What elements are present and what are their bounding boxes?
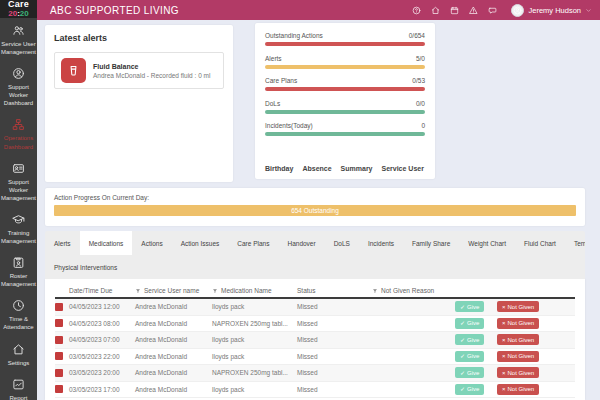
- stats-tab-summary[interactable]: Summary: [341, 165, 373, 172]
- check-icon: ✓: [460, 386, 465, 392]
- tab-family-share[interactable]: Family Share: [403, 231, 459, 255]
- not-given-button[interactable]: ×Not Given: [497, 367, 539, 378]
- tab-row-1: AlertsMedicationsActionsAction IssuesCar…: [45, 231, 585, 255]
- stat-value: 0/654: [409, 32, 425, 39]
- action-progress-panel: Action Progress On Current Day: 654 Outs…: [45, 188, 585, 226]
- table-body: 04/05/2023 12:00 Andrea McDonald lloyds …: [55, 299, 575, 398]
- stat-outstanding-actions: Outstanding Actions 0/654: [265, 32, 425, 46]
- table-row: 03/05/2023 20:00 Andrea McDonald NAPROXE…: [55, 365, 575, 382]
- column-header-service-user-name[interactable]: Service User name: [135, 287, 212, 294]
- x-icon: ×: [502, 353, 506, 359]
- view-button[interactable]: [437, 385, 455, 394]
- filter-icon[interactable]: [372, 288, 378, 294]
- latest-alerts-title: Latest alerts: [54, 33, 224, 43]
- table-row: 04/05/2023 07:00 Andrea McDonald lloyds …: [55, 332, 575, 349]
- column-header-date-time-due[interactable]: Date/Time Due: [69, 287, 135, 294]
- stats-tab-service-user[interactable]: Service User: [382, 165, 424, 172]
- eye-icon: [442, 368, 451, 377]
- brand-line2: 20:20: [8, 10, 28, 18]
- user-menu[interactable]: Jeremy Hudson: [511, 4, 592, 17]
- give-button[interactable]: ✓Give: [455, 301, 484, 312]
- home-icon[interactable]: [431, 6, 440, 15]
- not-given-button[interactable]: ×Not Given: [497, 334, 539, 345]
- missed-flag-icon: [55, 319, 63, 327]
- chevron-down-icon: [585, 7, 592, 14]
- chat-icon[interactable]: [488, 6, 497, 15]
- column-header-not-given-reason[interactable]: Not Given Reason: [372, 287, 437, 294]
- sidebar-item-operations-dashboard[interactable]: Operations Dashboard: [0, 112, 37, 155]
- filter-icon[interactable]: [212, 288, 218, 294]
- give-button[interactable]: ✓Give: [455, 384, 484, 395]
- stat-alerts: Alerts 5/0: [265, 55, 425, 69]
- sidebar-item-label: Support Worker Management: [1, 178, 36, 202]
- report-icon: [12, 378, 25, 391]
- brand-logo: Care 20:20: [0, 0, 37, 18]
- not-given-button[interactable]: ×Not Given: [497, 384, 539, 395]
- stat-value: 0/53: [412, 77, 425, 84]
- view-button[interactable]: [437, 352, 455, 361]
- eye-icon: [442, 302, 451, 311]
- sidebar-item-report[interactable]: Report: [0, 372, 37, 400]
- help-icon[interactable]: [412, 6, 421, 15]
- not-given-button[interactable]: ×Not Given: [497, 351, 539, 362]
- check-icon: ✓: [460, 320, 465, 326]
- alert-triangle-icon[interactable]: [469, 6, 478, 15]
- not-given-button[interactable]: ×Not Given: [497, 301, 539, 312]
- sidebar-item-service-user-management[interactable]: Service User Management: [0, 18, 37, 61]
- sitemap-icon: [12, 118, 25, 131]
- stat-value: 0/0: [416, 100, 425, 107]
- give-button[interactable]: ✓Give: [455, 318, 484, 329]
- tab-physical-interventions[interactable]: Physical Interventions: [45, 255, 126, 279]
- check-icon: ✓: [460, 304, 465, 310]
- missed-flag-icon: [55, 352, 63, 360]
- x-icon: ×: [502, 337, 506, 343]
- stat-bar: [265, 65, 425, 69]
- cell-date-time-due: 04/05/2023 12:00: [69, 303, 135, 310]
- give-button[interactable]: ✓Give: [455, 334, 484, 345]
- view-button[interactable]: [437, 302, 455, 311]
- sidebar-item-support-worker-management[interactable]: Support Worker Management: [0, 156, 37, 207]
- view-button[interactable]: [437, 319, 455, 328]
- tab-weight-chart[interactable]: Weight Chart: [459, 231, 515, 255]
- missed-flag-icon: [55, 303, 63, 311]
- alert-item[interactable]: Fluid Balance Andrea McDonald - Recorded…: [54, 52, 224, 89]
- tab-alerts[interactable]: Alerts: [45, 231, 80, 255]
- sidebar: Care 20:20 Service User Management Suppo…: [0, 0, 37, 400]
- column-header-medication-name[interactable]: Medication Name: [212, 287, 297, 294]
- view-button[interactable]: [437, 368, 455, 377]
- tab-dols[interactable]: DoLS: [325, 231, 359, 255]
- stats-tab-birthday[interactable]: Birthday: [265, 165, 293, 172]
- sidebar-item-support-worker-dashboard[interactable]: Support Worker Dashboard: [0, 61, 37, 112]
- sidebar-item-training-management[interactable]: Training Management: [0, 207, 37, 250]
- dashboard-tabs: AlertsMedicationsActionsAction IssuesCar…: [45, 231, 585, 279]
- filter-icon[interactable]: [135, 288, 141, 294]
- stat-incidents-today: Incidents(Today) 0: [265, 122, 425, 136]
- view-button[interactable]: [437, 335, 455, 344]
- tab-incidents[interactable]: Incidents: [359, 231, 403, 255]
- not-given-button[interactable]: ×Not Given: [497, 318, 539, 329]
- progress-bar: 654 Outstanding: [54, 205, 576, 216]
- tab-handover[interactable]: Handover: [278, 231, 324, 255]
- calendar-icon[interactable]: [450, 6, 459, 15]
- tab-action-issues[interactable]: Action Issues: [172, 231, 229, 255]
- give-button[interactable]: ✓Give: [455, 367, 484, 378]
- tab-medications[interactable]: Medications: [80, 231, 133, 255]
- sidebar-item-roster-management[interactable]: Roster Management: [0, 250, 37, 293]
- tab-actions[interactable]: Actions: [132, 231, 171, 255]
- eye-icon: [442, 385, 451, 394]
- stat-bar: [265, 110, 425, 114]
- tab-fluid-chart[interactable]: Fluid Chart: [515, 231, 565, 255]
- column-header-status[interactable]: Status: [297, 287, 372, 294]
- give-button[interactable]: ✓Give: [455, 351, 484, 362]
- sidebar-item-settings[interactable]: Settings: [0, 337, 37, 372]
- users-icon: [12, 24, 25, 37]
- tab-care-plans[interactable]: Care Plans: [228, 231, 278, 255]
- tab-temp-chart[interactable]: Temp Chart: [565, 231, 585, 255]
- sidebar-item-time-attendance[interactable]: Time & Attendance: [0, 293, 37, 336]
- cell-status: Missed: [297, 353, 372, 360]
- cell-service-user-name: Andrea McDonald: [135, 320, 212, 327]
- cell-status: Missed: [297, 336, 372, 343]
- x-icon: ×: [502, 304, 506, 310]
- eye-icon: [442, 319, 451, 328]
- stats-tab-absence[interactable]: Absence: [302, 165, 331, 172]
